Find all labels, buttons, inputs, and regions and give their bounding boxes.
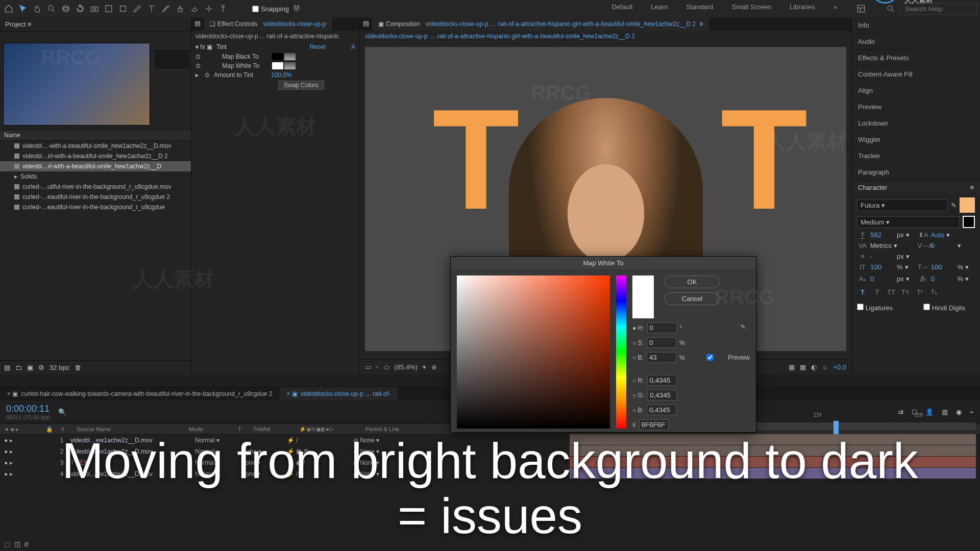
panel-menu-icon[interactable]: ▤ — [191, 17, 204, 31]
hue-field[interactable]: ● H: ° ✎ — [632, 322, 750, 333]
font-style-select[interactable]: Medium ▾ — [857, 216, 960, 228]
pen-tool-icon[interactable] — [132, 3, 143, 14]
timeline-tab-2[interactable]: × ▣ videoblocks-close-up-p … rait-of- — [280, 387, 398, 400]
reset-link[interactable]: Reset — [310, 43, 326, 51]
brightness-field[interactable]: ○ B: % Preview — [632, 352, 750, 363]
panel-effects-presets[interactable]: Effects & Presets — [852, 50, 980, 66]
col-mode[interactable]: Mode — [184, 426, 233, 432]
panel-info[interactable]: Info — [852, 17, 980, 34]
panel-paragraph[interactable]: Paragraph — [852, 164, 980, 181]
stopwatch-icon[interactable]: ⊙ — [195, 53, 205, 60]
eyedropper-icon[interactable]: ✎ — [741, 323, 750, 333]
saturation-field[interactable]: ○ S: % — [632, 337, 750, 348]
fx-badge-icon[interactable]: ▾ fx ▣ — [195, 43, 212, 51]
project-tab[interactable]: Project ≡ — [0, 17, 191, 32]
kerning-field[interactable]: VAMetrics ▾ — [857, 242, 915, 249]
col-trkmat[interactable]: TrkMat — [248, 426, 294, 432]
workspace-more-icon[interactable]: » — [834, 3, 837, 14]
superscript-button[interactable]: T¹ — [914, 286, 925, 297]
eyedropper-icon[interactable]: ✎ — [951, 202, 957, 209]
panel-align[interactable]: Align — [852, 83, 980, 99]
vertical-scale-field[interactable]: IT% ▾ — [857, 263, 915, 271]
delete-icon[interactable]: 🗑 — [75, 364, 81, 371]
composition-tab[interactable]: ▣ Composition videoblocks-close-up-p … r… — [372, 17, 709, 31]
rotate-tool-icon[interactable] — [75, 3, 86, 14]
panel-menu-icon[interactable]: ▤ — [360, 17, 372, 31]
panel-content-aware-fill[interactable]: Content-Aware Fill — [852, 66, 980, 83]
horizontal-scale-field[interactable]: T↔% ▾ — [918, 263, 975, 271]
tsume-field[interactable]: あ% ▾ — [918, 274, 975, 283]
zoom-value[interactable]: (85,4%) — [395, 363, 418, 371]
stroke-width-field[interactable]: ≡px ▾ — [857, 253, 915, 260]
ligatures-checkbox[interactable]: Ligatures — [857, 304, 893, 312]
workspace-standard[interactable]: Standard — [687, 3, 714, 14]
stopwatch-icon[interactable]: ⊙ — [195, 62, 205, 69]
snapping-toggle[interactable]: Snapping — [252, 3, 302, 14]
panel-tracker[interactable]: Tracker — [852, 148, 980, 164]
exposure-value[interactable]: +0,0 — [833, 363, 846, 371]
color-mgmt-icon[interactable]: ◐ — [811, 363, 817, 371]
workspace-default[interactable]: Default — [611, 3, 632, 14]
eraser-icon[interactable] — [189, 3, 200, 14]
color-swatch-white[interactable] — [272, 62, 283, 69]
workspace-layout-icon[interactable] — [855, 3, 867, 14]
snapping-magnet-icon[interactable] — [291, 3, 302, 14]
project-item[interactable]: curled-…eautiful-river-in-the-background… — [0, 192, 191, 202]
snapping-checkbox[interactable] — [252, 6, 259, 12]
col-parent[interactable]: Parent & Link — [360, 426, 404, 432]
timeline-bars[interactable] — [570, 434, 976, 479]
effect-controls-tab[interactable]: ❏ Effect Controls videoblocks-close-up-p — [204, 17, 332, 31]
toggle-inout-icon[interactable]: ⎚ — [24, 540, 29, 548]
tracking-field[interactable]: V↔A ▾ — [918, 242, 975, 249]
layer-bar[interactable] — [570, 445, 976, 457]
layer-bar[interactable] — [570, 468, 976, 479]
playhead-icon[interactable] — [834, 421, 839, 434]
cancel-button[interactable]: Cancel — [664, 292, 720, 305]
panel-preview[interactable]: Preview — [852, 99, 980, 115]
effect-tint-header[interactable]: ▾ fx ▣ Tint Reset A — [191, 42, 359, 52]
interpret-footage-icon[interactable]: ▧ — [4, 364, 10, 371]
swap-colors-button[interactable]: Swap Colors — [278, 81, 324, 90]
project-column-name[interactable]: Name — [0, 130, 191, 141]
color-swatch-black[interactable] — [272, 53, 283, 60]
timeline-tab-1[interactable]: × ▣ curled-hair-cow-walking-towards-came… — [0, 387, 280, 400]
animation-preset-key[interactable]: A — [351, 43, 355, 51]
hand-tool-icon[interactable] — [32, 3, 43, 14]
mask-icon[interactable]: ⬭ — [384, 363, 389, 371]
brush-tool-icon[interactable] — [160, 3, 172, 14]
workspace-libraries[interactable]: Libraries — [790, 3, 815, 14]
timecode[interactable]: 0:00:00:11 00011 (25.00 fps) — [6, 404, 50, 420]
roto-brush-icon[interactable] — [203, 3, 214, 14]
ok-button[interactable]: OK — [664, 276, 720, 288]
stroke-color-swatch[interactable] — [963, 216, 975, 228]
baseline-shift-field[interactable]: Aₐpx ▾ — [857, 275, 915, 283]
hue-slider[interactable] — [616, 276, 626, 429]
magnification-icon[interactable]: ▭ — [365, 363, 371, 371]
project-item[interactable]: videobl…irl-with-a-beautiful-smile_hew1a… — [0, 151, 191, 161]
workspace-small-screen[interactable]: Small Screen — [732, 3, 771, 14]
zoom-tool-icon[interactable] — [46, 3, 57, 14]
toggle-modes-icon[interactable]: ◫ — [14, 540, 20, 548]
toggle-alpha-icon[interactable]: ▩ — [800, 363, 806, 371]
search-timeline-icon[interactable]: 🔍 — [58, 408, 66, 416]
subscript-button[interactable]: T₁ — [928, 286, 940, 297]
font-family-select[interactable]: Futura ▾ — [857, 199, 948, 211]
character-panel-header[interactable]: Character≡ — [852, 181, 980, 194]
color-gradient-area[interactable] — [457, 276, 610, 429]
blue-field[interactable]: ○ B: — [632, 405, 750, 415]
eyedropper-black-icon[interactable] — [284, 53, 296, 60]
project-item[interactable]: curled-…utiful-river-in-the-background_r… — [0, 182, 191, 192]
hex-field[interactable]: # — [632, 419, 750, 430]
project-settings-icon[interactable]: ⚙ — [38, 364, 44, 371]
camera-tool-icon[interactable] — [89, 3, 100, 14]
panel-audio[interactable]: Audio — [852, 34, 980, 50]
leading-field[interactable]: ⬍AAuto ▾ — [918, 231, 975, 239]
smallcaps-button[interactable]: Tᴛ — [900, 286, 911, 297]
camera-options-icon[interactable]: ⊕ — [431, 363, 437, 371]
pan-behind-icon[interactable] — [103, 3, 114, 14]
exposure-icon[interactable]: ☼ — [822, 363, 828, 371]
allcaps-button[interactable]: TT — [886, 286, 897, 297]
eyedropper-white-icon[interactable] — [284, 62, 296, 69]
rect-tool-icon[interactable] — [117, 3, 129, 14]
preview-checkbox[interactable] — [695, 354, 725, 361]
